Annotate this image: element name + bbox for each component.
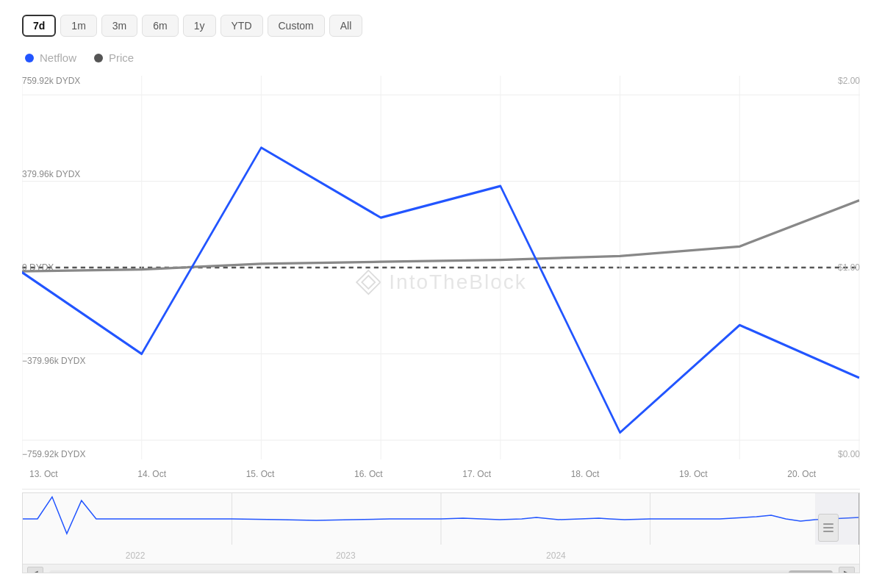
main-chart-area: IntoTheBlock bbox=[22, 76, 860, 490]
x-label-1: 14. Oct bbox=[137, 469, 166, 479]
x-label-3: 16. Oct bbox=[354, 469, 383, 479]
y-right-label-2: $0.00 bbox=[838, 449, 860, 459]
price-line bbox=[22, 201, 859, 272]
y-right-label-1: $1.00 bbox=[838, 262, 860, 273]
handle-line-1 bbox=[823, 523, 833, 525]
navigator-svg bbox=[23, 493, 859, 545]
price-label: Price bbox=[109, 51, 134, 64]
x-label-5: 18. Oct bbox=[571, 469, 600, 479]
time-btn-6m[interactable]: 6m bbox=[142, 15, 178, 37]
time-btn-1y[interactable]: 1y bbox=[183, 15, 216, 37]
chart-legend: Netflow Price bbox=[22, 51, 860, 64]
scrollbar-track[interactable] bbox=[49, 570, 833, 574]
navigator-panel: 2022 2023 2024 ◀ ▶ bbox=[22, 492, 860, 573]
scroll-left-arrow[interactable]: ◀ bbox=[27, 567, 43, 574]
handle-line-3 bbox=[823, 531, 833, 532]
main-container: 7d1m3m6m1yYTDCustomAll Netflow Price Int… bbox=[0, 0, 882, 588]
y-label-4: −759.92k DYDX bbox=[22, 449, 110, 459]
time-btn-custom[interactable]: Custom bbox=[268, 15, 325, 37]
chart-svg bbox=[22, 76, 860, 459]
netflow-label: Netflow bbox=[40, 51, 76, 64]
x-label-6: 19. Oct bbox=[679, 469, 708, 479]
handle-line-2 bbox=[823, 527, 833, 528]
price-dot bbox=[94, 54, 103, 62]
y-axis-right: $2.00 $1.00 $0.00 bbox=[816, 76, 860, 459]
nav-year-0: 2022 bbox=[126, 551, 146, 561]
y-right-label-0: $2.00 bbox=[838, 76, 860, 86]
handle-lines bbox=[823, 523, 833, 532]
legend-price: Price bbox=[94, 51, 134, 64]
time-btn-7d[interactable]: 7d bbox=[22, 15, 56, 37]
y-label-1: 379.96k DYDX bbox=[22, 169, 110, 179]
x-label-0: 13. Oct bbox=[29, 469, 58, 479]
time-btn-ytd[interactable]: YTD bbox=[220, 15, 263, 37]
netflow-line bbox=[22, 148, 859, 433]
scroll-right-arrow[interactable]: ▶ bbox=[839, 567, 855, 574]
netflow-dot bbox=[25, 54, 34, 62]
navigator-handle[interactable] bbox=[818, 514, 839, 542]
y-axis-left: 759.92k DYDX 379.96k DYDX 0 DYDX −379.96… bbox=[22, 76, 110, 459]
time-range-selector: 7d1m3m6m1yYTDCustomAll bbox=[22, 15, 860, 37]
y-label-2: 0 DYDX bbox=[22, 262, 110, 273]
x-axis: 13. Oct 14. Oct 15. Oct 16. Oct 17. Oct … bbox=[22, 459, 860, 489]
x-label-2: 15. Oct bbox=[246, 469, 275, 479]
x-label-7: 20. Oct bbox=[787, 469, 816, 479]
legend-netflow: Netflow bbox=[25, 51, 76, 64]
time-btn-3m[interactable]: 3m bbox=[101, 15, 137, 37]
time-btn-all[interactable]: All bbox=[329, 15, 363, 37]
x-label-4: 17. Oct bbox=[462, 469, 491, 479]
y-label-3: −379.96k DYDX bbox=[22, 356, 110, 366]
navigator-labels: 2022 2023 2024 bbox=[23, 548, 859, 564]
navigator-scrollbar: ◀ ▶ bbox=[23, 564, 859, 573]
scrollbar-thumb[interactable] bbox=[789, 570, 833, 574]
chart-svg-wrapper bbox=[22, 76, 860, 459]
y-label-0: 759.92k DYDX bbox=[22, 76, 110, 86]
nav-year-2: 2024 bbox=[546, 551, 566, 561]
time-btn-1m[interactable]: 1m bbox=[60, 15, 96, 37]
nav-year-1: 2023 bbox=[336, 551, 356, 561]
